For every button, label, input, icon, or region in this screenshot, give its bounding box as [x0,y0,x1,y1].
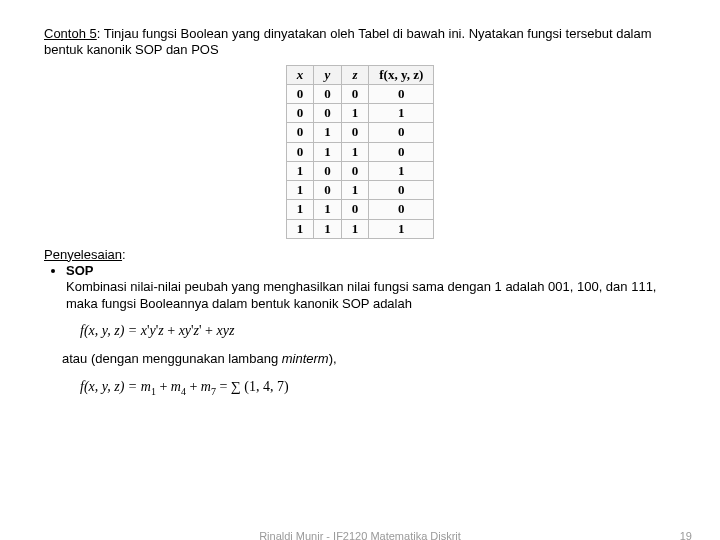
col-y: y [314,65,342,84]
table-row: 0110 [286,142,434,161]
table-row: 0011 [286,104,434,123]
table-row: 1010 [286,181,434,200]
problem-heading: Contoh 5: Tinjau fungsi Boolean yang din… [44,26,676,59]
footer-text: Rinaldi Munir - IF2120 Matematika Diskri… [0,530,720,540]
problem-text: : Tinjau fungsi Boolean yang dinyatakan … [44,26,652,57]
example-label: Contoh 5 [44,26,97,41]
solution-list: SOP Kombinasi nilai-nilai peubah yang me… [44,263,676,312]
sop-label: SOP [66,263,93,278]
col-f: f(x, y, z) [369,65,434,84]
table-row: 1100 [286,200,434,219]
page-number: 19 [680,530,692,540]
equation-sop: f(x, y, z) = x'y'z + xy'z' + xyz [44,322,676,340]
equation-minterm: f(x, y, z) = m1 + m4 + m7 = ∑ (1, 4, 7) [44,378,676,398]
table-row: 1001 [286,161,434,180]
col-z: z [341,65,369,84]
sop-paragraph: Kombinasi nilai-nilai peubah yang mengha… [66,279,656,310]
solution-block: Penyelesaian: SOP Kombinasi nilai-nilai … [44,247,676,312]
truth-table: x y z f(x, y, z) 0000 0011 0100 0110 100… [286,65,435,239]
truth-table-wrap: x y z f(x, y, z) 0000 0011 0100 0110 100… [44,65,676,239]
table-row: 1111 [286,219,434,238]
col-x: x [286,65,314,84]
solution-label: Penyelesaian [44,247,122,262]
sop-item: SOP Kombinasi nilai-nilai peubah yang me… [66,263,676,312]
sigma-icon: ∑ [231,379,241,394]
table-header-row: x y z f(x, y, z) [286,65,434,84]
mid-sentence: atau (dengan menggunakan lambang minterm… [44,351,676,367]
table-row: 0100 [286,123,434,142]
table-row: 0000 [286,84,434,103]
